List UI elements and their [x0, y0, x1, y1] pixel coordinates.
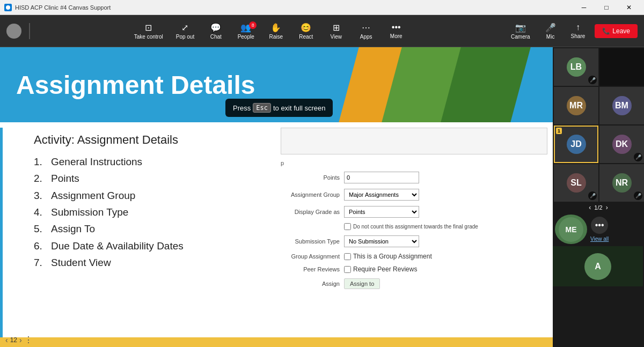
avatar: MR [567, 96, 586, 115]
people-badge: 8 [249, 21, 257, 29]
participant-placeholder: MR [554, 87, 598, 124]
slide-banner-title: Assignment Details [16, 70, 255, 100]
leave-button[interactable]: 📞 Leave [595, 24, 638, 38]
title-bar-left: HISD ACP Clinic #4 Canvas Support [4, 4, 111, 11]
display-grade-row: Display Grade as Points [281, 206, 547, 218]
group-assignment-row: Group Assignment This is a Group Assignm… [281, 253, 547, 260]
assign-label: Assign [281, 280, 340, 287]
minimize-button[interactable]: ─ [573, 0, 595, 15]
points-input[interactable] [344, 172, 419, 183]
assignment-group-row: Assignment Group Major Assignments [281, 189, 547, 201]
avatar: JD [567, 135, 586, 154]
mute-icon: 🎤 [588, 191, 597, 200]
peer-reviews-row: Peer Reviews Require Peer Reviews [281, 265, 547, 273]
view-all-controls: ••• View all [590, 217, 609, 242]
participant-tile: SL 🎤 [554, 164, 598, 202]
title-bar: HISD ACP Clinic #4 Canvas Support ─ □ ✕ [0, 0, 644, 15]
slide-navigation: ‹ 12 › ⋮ [5, 335, 33, 345]
chat-icon: 💬 [210, 23, 221, 33]
main-area: Press Esc to exit full screen Assignment… [0, 47, 644, 347]
canvas-form: p Points Assignment Group Major Assignme… [281, 128, 547, 291]
toolbar: ⊡ Take control ⤢ Pop out 💬 Chat 👥 People… [0, 15, 644, 47]
participant-placeholder: BM [599, 87, 644, 124]
camera-button[interactable]: 📷 Camera [506, 20, 536, 42]
slide-bottom-bar [0, 337, 553, 347]
more-options-button[interactable]: ••• [591, 217, 608, 234]
share-button[interactable]: ↑ Share [566, 20, 591, 41]
participant-tile: BM [599, 87, 644, 124]
chat-button[interactable]: 💬 Chat [202, 20, 230, 42]
list-item: 1.General Instructions [34, 153, 259, 170]
display-grade-label: Display Grade as [281, 209, 340, 215]
group-assignment-checkbox-label: This is a Group Assignment [353, 253, 432, 260]
participant-tile: MR [554, 87, 598, 124]
window-title: HISD ACP Clinic #4 Canvas Support [15, 4, 111, 11]
esc-tooltip: Press Esc to exit full screen [225, 99, 333, 117]
slide-body: Activity: Assignment Details 1.General I… [0, 122, 553, 347]
list-item: 3.Assignment Group [34, 187, 259, 204]
mic-button[interactable]: 🎤 Mic [540, 20, 561, 42]
points-row: Points [281, 172, 547, 183]
dont-count-checkbox[interactable] [344, 223, 351, 230]
pop-out-button[interactable]: ⤢ Pop out [171, 20, 200, 42]
take-control-button[interactable]: ⊡ Take control [129, 20, 169, 42]
view-icon: ⊞ [333, 23, 340, 33]
react-icon: 😊 [301, 23, 311, 33]
local-avatar: ME [559, 217, 583, 242]
avatar: SL [567, 173, 586, 193]
peer-reviews-checkbox[interactable] [344, 266, 351, 273]
assign-to-button[interactable]: Assign to [344, 278, 380, 289]
apps-button[interactable]: ⋯ Apps [352, 20, 380, 42]
points-label: Points [281, 174, 340, 181]
svg-point-0 [6, 5, 10, 10]
pop-out-icon: ⤢ [181, 23, 188, 33]
display-grade-select[interactable]: Points [344, 206, 419, 218]
maximize-button[interactable]: □ [596, 0, 617, 15]
people-button[interactable]: 👥 People 8 [232, 20, 260, 42]
participant-tile [599, 48, 644, 86]
peer-reviews-field: Require Peer Reviews [344, 265, 417, 273]
participant-grid: LB 🎤 MR BM JD [553, 47, 644, 203]
sidebar-pagination: ‹ 1/2 › [553, 203, 644, 212]
raise-button[interactable]: ✋ Raise [262, 20, 290, 42]
pagination-text: 1/2 [594, 204, 602, 211]
bottom-video-tile: A [553, 246, 643, 286]
take-control-icon: ⊡ [145, 23, 152, 33]
group-assignment-checkbox[interactable] [344, 253, 351, 260]
slide-page-number: 12 [10, 336, 17, 344]
participant-placeholder [599, 48, 644, 86]
participant-tile-active: JD 1 [554, 125, 598, 163]
toolbar-right: 📷 Camera 🎤 Mic ↑ Share 📞 Leave [506, 20, 638, 42]
assignment-group-label: Assignment Group [281, 191, 340, 198]
view-button[interactable]: ⊞ View [322, 20, 350, 42]
react-button[interactable]: 😊 React [292, 20, 320, 42]
window-controls[interactable]: ─ □ ✕ [573, 0, 640, 15]
more-button[interactable]: ••• More [382, 20, 410, 41]
submission-type-label: Submission Type [281, 238, 340, 245]
presentation-slide: Assignment Details Activity: Assignment … [0, 47, 553, 347]
dont-count-row: Do not count this assignment towards the… [344, 223, 547, 230]
phone-icon: 📞 [602, 27, 610, 35]
assignment-group-select[interactable]: Major Assignments [344, 189, 419, 201]
people-wrapper: 👥 People 8 [232, 20, 260, 42]
participant-tile: NR 🎤 [599, 164, 644, 202]
avatar: BM [612, 96, 632, 115]
esc-press-text: Press [233, 104, 251, 112]
slide-nav-dots[interactable]: ⋮ [24, 335, 33, 345]
prev-slide-button[interactable]: ‹ [5, 336, 8, 344]
prev-page-button[interactable]: ‹ [589, 204, 591, 211]
view-all-button[interactable]: View all [590, 236, 609, 242]
bottom-video-placeholder: A [553, 246, 643, 286]
submission-type-select[interactable]: No Submission [344, 235, 419, 247]
group-assignment-label: Group Assignment [281, 253, 340, 260]
peer-reviews-checkbox-label: Require Peer Reviews [353, 265, 417, 273]
presentation-wrapper: Press Esc to exit full screen Assignment… [0, 47, 553, 347]
avatar: DK [612, 135, 632, 154]
mute-icon: 🎤 [634, 153, 642, 161]
close-button[interactable]: ✕ [618, 0, 640, 15]
esc-key: Esc [253, 103, 271, 113]
next-slide-button[interactable]: › [19, 336, 22, 344]
app-icon [4, 4, 12, 11]
participant-badge: 1 [556, 128, 562, 134]
next-page-button[interactable]: › [606, 204, 608, 211]
